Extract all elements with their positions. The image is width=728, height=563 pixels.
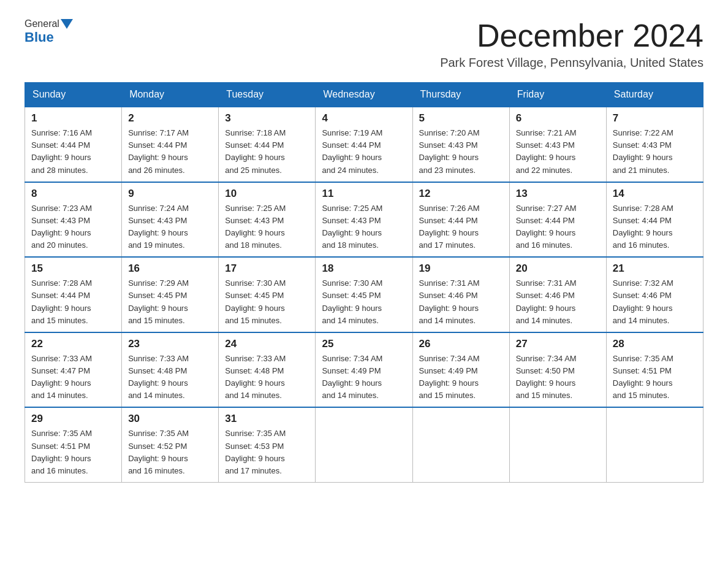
day-number: 30 bbox=[128, 413, 212, 425]
calendar-cell: 4Sunrise: 7:19 AMSunset: 4:44 PMDaylight… bbox=[316, 107, 412, 182]
calendar-week-row: 8Sunrise: 7:23 AMSunset: 4:43 PMDaylight… bbox=[25, 182, 703, 258]
calendar-week-row: 29Sunrise: 7:35 AMSunset: 4:51 PMDayligh… bbox=[25, 407, 703, 482]
day-info: Sunrise: 7:22 AMSunset: 4:43 PMDaylight:… bbox=[613, 127, 697, 177]
day-number: 17 bbox=[225, 262, 309, 275]
day-info: Sunrise: 7:18 AMSunset: 4:44 PMDaylight:… bbox=[225, 127, 309, 177]
day-info: Sunrise: 7:34 AMSunset: 4:50 PMDaylight:… bbox=[516, 353, 600, 402]
logo-general-text: General bbox=[25, 18, 59, 29]
day-number: 10 bbox=[225, 188, 309, 200]
day-info: Sunrise: 7:33 AMSunset: 4:48 PMDaylight:… bbox=[128, 353, 212, 402]
day-info: Sunrise: 7:27 AMSunset: 4:44 PMDaylight:… bbox=[516, 202, 600, 252]
calendar-cell: 24Sunrise: 7:33 AMSunset: 4:48 PMDayligh… bbox=[219, 332, 316, 408]
calendar-cell: 16Sunrise: 7:29 AMSunset: 4:45 PMDayligh… bbox=[122, 257, 219, 332]
day-info: Sunrise: 7:23 AMSunset: 4:43 PMDaylight:… bbox=[31, 202, 115, 252]
logo-triangle-icon bbox=[61, 19, 73, 29]
day-info: Sunrise: 7:19 AMSunset: 4:44 PMDaylight:… bbox=[322, 127, 406, 177]
day-info: Sunrise: 7:25 AMSunset: 4:43 PMDaylight:… bbox=[322, 202, 406, 252]
calendar-cell: 29Sunrise: 7:35 AMSunset: 4:51 PMDayligh… bbox=[25, 407, 122, 482]
day-info: Sunrise: 7:35 AMSunset: 4:52 PMDaylight:… bbox=[128, 427, 212, 477]
calendar-cell bbox=[606, 407, 703, 482]
day-number: 28 bbox=[613, 338, 697, 350]
location-title: Park Forest Village, Pennsylvania, Unite… bbox=[440, 56, 703, 70]
day-number: 27 bbox=[516, 338, 600, 350]
calendar-cell: 31Sunrise: 7:35 AMSunset: 4:53 PMDayligh… bbox=[219, 407, 316, 482]
day-info: Sunrise: 7:29 AMSunset: 4:45 PMDaylight:… bbox=[128, 277, 212, 327]
calendar-cell: 23Sunrise: 7:33 AMSunset: 4:48 PMDayligh… bbox=[122, 332, 219, 408]
day-info: Sunrise: 7:30 AMSunset: 4:45 PMDaylight:… bbox=[225, 277, 309, 327]
day-info: Sunrise: 7:34 AMSunset: 4:49 PMDaylight:… bbox=[419, 353, 503, 402]
day-info: Sunrise: 7:16 AMSunset: 4:44 PMDaylight:… bbox=[31, 127, 115, 177]
calendar-header-saturday: Saturday bbox=[606, 83, 703, 107]
calendar-cell bbox=[412, 407, 509, 482]
calendar-header-row: SundayMondayTuesdayWednesdayThursdayFrid… bbox=[25, 83, 703, 107]
day-number: 5 bbox=[419, 112, 503, 124]
day-number: 6 bbox=[516, 112, 600, 124]
calendar-cell: 22Sunrise: 7:33 AMSunset: 4:47 PMDayligh… bbox=[25, 332, 122, 408]
calendar-header-sunday: Sunday bbox=[25, 83, 122, 107]
calendar-table: SundayMondayTuesdayWednesdayThursdayFrid… bbox=[25, 82, 703, 483]
calendar-cell: 2Sunrise: 7:17 AMSunset: 4:44 PMDaylight… bbox=[122, 107, 219, 182]
day-info: Sunrise: 7:35 AMSunset: 4:51 PMDaylight:… bbox=[613, 353, 697, 402]
day-number: 24 bbox=[225, 338, 309, 350]
logo: General Blue bbox=[25, 18, 74, 45]
calendar-cell: 13Sunrise: 7:27 AMSunset: 4:44 PMDayligh… bbox=[509, 182, 606, 258]
day-info: Sunrise: 7:34 AMSunset: 4:49 PMDaylight:… bbox=[322, 353, 406, 402]
calendar-cell: 17Sunrise: 7:30 AMSunset: 4:45 PMDayligh… bbox=[219, 257, 316, 332]
day-number: 18 bbox=[322, 262, 406, 275]
day-number: 14 bbox=[613, 188, 697, 200]
calendar-cell: 9Sunrise: 7:24 AMSunset: 4:43 PMDaylight… bbox=[122, 182, 219, 258]
calendar-cell: 11Sunrise: 7:25 AMSunset: 4:43 PMDayligh… bbox=[316, 182, 412, 258]
day-number: 9 bbox=[128, 188, 212, 200]
day-number: 15 bbox=[31, 262, 115, 275]
day-info: Sunrise: 7:31 AMSunset: 4:46 PMDaylight:… bbox=[419, 277, 503, 327]
title-section: December 2024 Park Forest Village, Penns… bbox=[440, 18, 703, 70]
day-number: 22 bbox=[31, 338, 115, 350]
day-info: Sunrise: 7:31 AMSunset: 4:46 PMDaylight:… bbox=[516, 277, 600, 327]
day-number: 20 bbox=[516, 262, 600, 275]
calendar-cell: 25Sunrise: 7:34 AMSunset: 4:49 PMDayligh… bbox=[316, 332, 412, 408]
calendar-cell: 10Sunrise: 7:25 AMSunset: 4:43 PMDayligh… bbox=[219, 182, 316, 258]
day-number: 8 bbox=[31, 188, 115, 200]
calendar-cell: 14Sunrise: 7:28 AMSunset: 4:44 PMDayligh… bbox=[606, 182, 703, 258]
logo-blue-text: Blue bbox=[25, 29, 54, 45]
calendar-cell: 30Sunrise: 7:35 AMSunset: 4:52 PMDayligh… bbox=[122, 407, 219, 482]
day-number: 2 bbox=[128, 112, 212, 124]
calendar-header-monday: Monday bbox=[122, 83, 219, 107]
calendar-week-row: 22Sunrise: 7:33 AMSunset: 4:47 PMDayligh… bbox=[25, 332, 703, 408]
day-number: 29 bbox=[31, 413, 115, 425]
calendar-cell: 5Sunrise: 7:20 AMSunset: 4:43 PMDaylight… bbox=[412, 107, 509, 182]
day-number: 13 bbox=[516, 188, 600, 200]
calendar-cell: 3Sunrise: 7:18 AMSunset: 4:44 PMDaylight… bbox=[219, 107, 316, 182]
day-number: 3 bbox=[225, 112, 309, 124]
calendar-cell: 28Sunrise: 7:35 AMSunset: 4:51 PMDayligh… bbox=[606, 332, 703, 408]
day-info: Sunrise: 7:25 AMSunset: 4:43 PMDaylight:… bbox=[225, 202, 309, 252]
calendar-header-tuesday: Tuesday bbox=[219, 83, 316, 107]
day-number: 1 bbox=[31, 112, 115, 124]
calendar-cell: 27Sunrise: 7:34 AMSunset: 4:50 PMDayligh… bbox=[509, 332, 606, 408]
day-number: 12 bbox=[419, 188, 503, 200]
day-number: 23 bbox=[128, 338, 212, 350]
day-info: Sunrise: 7:28 AMSunset: 4:44 PMDaylight:… bbox=[31, 277, 115, 327]
day-info: Sunrise: 7:32 AMSunset: 4:46 PMDaylight:… bbox=[613, 277, 697, 327]
page-header: General Blue December 2024 Park Forest V… bbox=[25, 18, 703, 70]
calendar-header-wednesday: Wednesday bbox=[316, 83, 412, 107]
day-number: 26 bbox=[419, 338, 503, 350]
day-info: Sunrise: 7:20 AMSunset: 4:43 PMDaylight:… bbox=[419, 127, 503, 177]
calendar-header-thursday: Thursday bbox=[412, 83, 509, 107]
calendar-header-friday: Friday bbox=[509, 83, 606, 107]
day-info: Sunrise: 7:24 AMSunset: 4:43 PMDaylight:… bbox=[128, 202, 212, 252]
day-number: 19 bbox=[419, 262, 503, 275]
calendar-cell: 12Sunrise: 7:26 AMSunset: 4:44 PMDayligh… bbox=[412, 182, 509, 258]
calendar-cell: 15Sunrise: 7:28 AMSunset: 4:44 PMDayligh… bbox=[25, 257, 122, 332]
calendar-cell bbox=[509, 407, 606, 482]
calendar-cell: 7Sunrise: 7:22 AMSunset: 4:43 PMDaylight… bbox=[606, 107, 703, 182]
calendar-cell: 26Sunrise: 7:34 AMSunset: 4:49 PMDayligh… bbox=[412, 332, 509, 408]
day-number: 4 bbox=[322, 112, 406, 124]
day-info: Sunrise: 7:35 AMSunset: 4:51 PMDaylight:… bbox=[31, 427, 115, 477]
day-number: 31 bbox=[225, 413, 309, 425]
day-info: Sunrise: 7:33 AMSunset: 4:48 PMDaylight:… bbox=[225, 353, 309, 402]
calendar-cell: 6Sunrise: 7:21 AMSunset: 4:43 PMDaylight… bbox=[509, 107, 606, 182]
day-number: 21 bbox=[613, 262, 697, 275]
day-info: Sunrise: 7:17 AMSunset: 4:44 PMDaylight:… bbox=[128, 127, 212, 177]
day-info: Sunrise: 7:26 AMSunset: 4:44 PMDaylight:… bbox=[419, 202, 503, 252]
